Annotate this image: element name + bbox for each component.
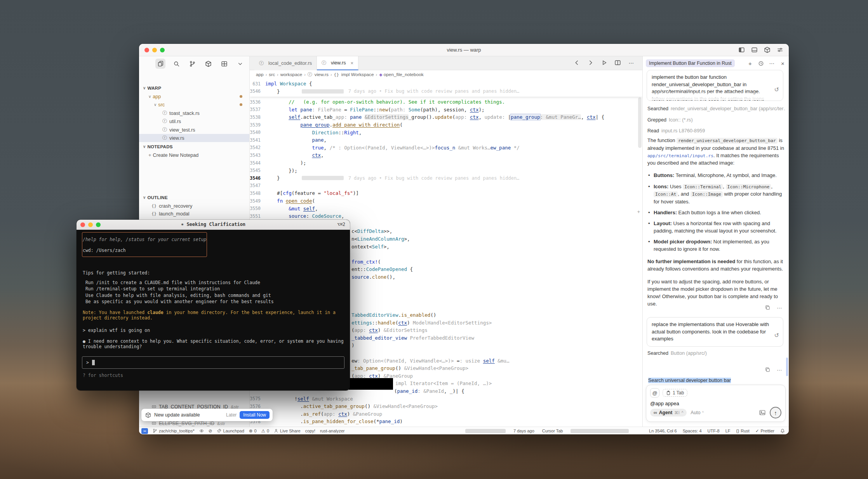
model-selector[interactable]: Auto ^ bbox=[691, 410, 704, 415]
formatter[interactable]: ✓Prettier bbox=[755, 428, 774, 434]
close-tab-icon[interactable]: × bbox=[351, 60, 354, 66]
sidebar-item-util-rs[interactable]: ⓡutil.rs bbox=[139, 117, 249, 125]
sidebar-section-outline[interactable]: ∨OUTLINE bbox=[139, 193, 249, 201]
send-button[interactable]: ↑ bbox=[770, 407, 781, 418]
code-line-3550[interactable]: 3550 &mut self, bbox=[250, 205, 642, 212]
tab-context-chip[interactable]: 1 Tab bbox=[663, 389, 687, 397]
status-item[interactable]: Cursor Tab bbox=[542, 429, 563, 433]
search-icon[interactable] bbox=[171, 59, 181, 69]
terminal-titlebar[interactable]: ∗ Seeking Clarification ⌥⌘2 bbox=[77, 220, 350, 230]
sidebar-item-view-test-rs[interactable]: ⓡview_test.rs bbox=[139, 126, 249, 134]
new-chat-icon[interactable]: + bbox=[747, 61, 753, 66]
breadcrumb-item-view-rs[interactable]: ⓡview.rs bbox=[308, 71, 329, 78]
code-line-3578[interactable]: 3578 .is_pane_hidden_for_close(*pane_id) bbox=[250, 418, 642, 425]
code-line-3540[interactable]: 3540 Direction::Right, bbox=[250, 128, 642, 136]
errors[interactable]: ⊗0 bbox=[249, 428, 257, 434]
cursor-position[interactable]: Ln 3546, Col 6 bbox=[649, 429, 677, 433]
live-share[interactable]: Live Share bbox=[274, 429, 301, 433]
breadcrumb-item-app[interactable]: app bbox=[256, 72, 264, 77]
encoding[interactable]: UTF-8 bbox=[708, 429, 720, 433]
code-line-3543[interactable]: 3543 ctx, bbox=[250, 151, 642, 159]
sidebar-item-view-rs[interactable]: ⓡview.rs bbox=[139, 134, 249, 142]
chat-title[interactable]: Implement Button Bar Function in Rust bbox=[646, 59, 735, 67]
tab-local_code_editor-rs[interactable]: ⓡlocal_code_editor.rs bbox=[254, 56, 317, 70]
code-line-3541[interactable]: 3541 pane, bbox=[250, 136, 642, 144]
code-line-3545[interactable]: 3545 }); bbox=[250, 167, 642, 174]
sidebar-section-warp[interactable]: ∨WARP bbox=[139, 84, 249, 92]
status-item[interactable] bbox=[465, 429, 506, 433]
no-issues[interactable]: ⊘ bbox=[209, 428, 212, 434]
navigate-back-icon[interactable] bbox=[574, 59, 580, 66]
code-line-3576[interactable]: 3576 .active_tab_pane_group() &ViewHandl… bbox=[250, 403, 642, 410]
breadcrumb-item-impl-Workspace[interactable]: {}impl Workspace bbox=[334, 72, 374, 77]
chevdown-icon[interactable] bbox=[235, 59, 245, 69]
copy-response-icon[interactable] bbox=[765, 367, 771, 373]
more-options-icon[interactable]: ⋯ bbox=[769, 61, 775, 66]
code-line-631[interactable]: 631impl Workspace { bbox=[250, 80, 642, 88]
sidebar-item-src[interactable]: ∨src bbox=[139, 101, 249, 109]
git-branch[interactable]: zach/chip_tooltips* bbox=[153, 429, 195, 433]
install-now-button[interactable]: Install Now bbox=[240, 411, 270, 419]
sidebar-left-icon[interactable] bbox=[738, 47, 745, 53]
code-line-3549[interactable]: 3549 fn open_code( bbox=[250, 197, 642, 205]
notifications[interactable] bbox=[780, 429, 785, 433]
cube-icon[interactable] bbox=[203, 59, 213, 69]
reply-icon[interactable]: ↺ bbox=[774, 86, 779, 94]
remote-indicator[interactable]: >< bbox=[141, 428, 148, 434]
window-titlebar[interactable]: view.rs — warp bbox=[139, 44, 789, 56]
code-line-3538[interactable]: 3538 self.active_tab_app: pane &EditorSe… bbox=[250, 113, 642, 121]
code-line-3536[interactable]: 3536 // (e.g. for open-or-switch behavio… bbox=[250, 98, 642, 106]
more-actions-icon[interactable]: ⋯ bbox=[777, 367, 783, 373]
outline-item-crash_recovery[interactable]: {}crash_recovery bbox=[139, 202, 249, 210]
status-item[interactable]: 7 days ago bbox=[513, 429, 534, 433]
code-line-3546[interactable]: 3546 }7 days ago • Fix bug with code rev… bbox=[250, 174, 642, 182]
panel-bottom-icon[interactable] bbox=[751, 47, 758, 53]
breadcrumb[interactable]: app›src›workspace›ⓡview.rs›{}impl Worksp… bbox=[250, 70, 642, 79]
breadcrumb-item-open-file-notebook[interactable]: ◈ open_file_notebook bbox=[379, 72, 424, 77]
close-panel-icon[interactable]: × bbox=[780, 61, 786, 66]
copy-status[interactable]: copy! bbox=[305, 429, 315, 433]
code-line-3577[interactable]: 3577 .as_ref(app: ctx) &PaneGroup bbox=[250, 410, 642, 418]
rust-analyzer[interactable]: rust-analyzer bbox=[320, 429, 345, 433]
more-actions-icon[interactable]: ⋯ bbox=[777, 305, 783, 311]
chat-input-text[interactable]: @app appea bbox=[650, 401, 781, 406]
tab-view-rs[interactable]: ⓡview.rs× bbox=[317, 56, 358, 70]
warnings[interactable]: ⚠0 bbox=[261, 428, 269, 434]
sidebar-item-create-new-notepad[interactable]: +Create New Notepad bbox=[139, 151, 249, 159]
language-mode[interactable]: {}Rust bbox=[736, 429, 750, 433]
branch-icon[interactable] bbox=[187, 59, 197, 69]
code-line-3575[interactable]: 3575 !self &mut Workspace bbox=[250, 395, 642, 403]
editor-scrollbar[interactable] bbox=[638, 97, 642, 148]
code-line-3546[interactable]: 3546 }7 days ago • Fix bug with code rev… bbox=[250, 88, 642, 95]
indentation[interactable]: Spaces: 4 bbox=[683, 429, 702, 433]
code-line-3539[interactable]: 3539 pane_group.add_pane_with_direction( bbox=[250, 121, 642, 129]
attach-image-icon[interactable] bbox=[759, 409, 766, 416]
cube-icon[interactable] bbox=[764, 47, 771, 53]
code-line-3544[interactable]: 3544 ); bbox=[250, 159, 642, 167]
split-editor-icon[interactable] bbox=[614, 59, 621, 66]
panel-scrollbar[interactable] bbox=[786, 358, 788, 376]
files-icon[interactable] bbox=[155, 59, 165, 69]
history-icon[interactable] bbox=[758, 61, 764, 66]
terminal-window[interactable]: ∗ Seeking Clarification ⌥⌘2 /help for he… bbox=[77, 220, 350, 390]
grid-icon[interactable] bbox=[219, 59, 229, 69]
sidebar-item-toast-stack-rs[interactable]: ⓡtoast_stack.rs bbox=[139, 109, 249, 117]
agent-mode-selector[interactable]: ∞ Agent ⌘I ^ bbox=[650, 409, 687, 417]
mention-button[interactable]: @ bbox=[650, 388, 659, 397]
terminal-input[interactable]: > bbox=[82, 356, 344, 369]
breadcrumb-item-src[interactable]: src bbox=[269, 72, 275, 77]
code-line-3547[interactable]: 3547 bbox=[250, 182, 642, 190]
code-line-3551[interactable]: 3551 source: CodeSource, bbox=[250, 212, 642, 220]
navigate-forward-icon[interactable] bbox=[587, 59, 594, 66]
reply-icon[interactable]: ↺ bbox=[774, 332, 779, 339]
sidebar-item-app[interactable]: ∨app bbox=[139, 92, 249, 101]
code-line-3542[interactable]: 3542 true, /* : Option<(PaneId, ViewHand… bbox=[250, 144, 642, 152]
chat-input[interactable]: @ 1 Tab @app appea ∞ Agent ⌘I ^ Au bbox=[646, 385, 786, 422]
copy-response-icon[interactable] bbox=[765, 305, 771, 311]
code-line-3537[interactable]: 3537 let pane: FilePane = FilePane::new(… bbox=[250, 106, 642, 114]
later-button[interactable]: Later bbox=[226, 412, 237, 418]
breadcrumb-item-workspace[interactable]: workspace bbox=[280, 72, 302, 77]
tune-icon[interactable] bbox=[777, 47, 783, 53]
status-item[interactable] bbox=[571, 429, 629, 433]
run-icon[interactable] bbox=[601, 59, 607, 66]
